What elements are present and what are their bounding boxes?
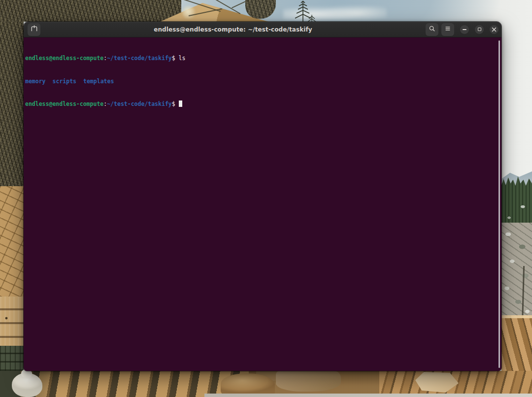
terminal-cursor bbox=[179, 100, 182, 107]
wallpaper-shingles bbox=[0, 186, 24, 297]
terminal-window: endless@endless-compute: ~/test-code/tas… bbox=[24, 22, 501, 371]
new-tab-button[interactable] bbox=[28, 23, 40, 36]
directory-name: memory bbox=[25, 78, 46, 85]
wallpaper-branch-wall bbox=[0, 22, 24, 186]
close-icon bbox=[492, 25, 497, 34]
wallpaper-rocky-slope bbox=[501, 223, 532, 319]
search-icon bbox=[429, 25, 435, 34]
command-text: ls bbox=[179, 55, 186, 62]
prompt-path: ~/test-code/taskify bbox=[107, 100, 172, 107]
prompt-symbol: $ bbox=[172, 55, 179, 62]
wallpaper-boulder bbox=[276, 371, 341, 392]
prompt-symbol: $ bbox=[172, 100, 179, 107]
desktop: endless@endless-compute: ~/test-code/tas… bbox=[0, 0, 532, 397]
wallpaper-path-edge bbox=[204, 394, 532, 397]
wallpaper-light-blob bbox=[182, 6, 195, 19]
wallpaper-log-beams bbox=[0, 297, 24, 346]
maximize-button[interactable] bbox=[475, 25, 484, 34]
maximize-icon bbox=[478, 28, 481, 31]
tab-new-icon bbox=[31, 25, 38, 34]
window-title: endless@endless-compute: ~/test-code/tas… bbox=[43, 26, 423, 33]
wallpaper-green-shingles bbox=[0, 346, 24, 374]
prompt-user-host: endless@endless-compute bbox=[25, 55, 103, 62]
close-button[interactable] bbox=[490, 25, 499, 34]
wallpaper-white-object bbox=[12, 373, 42, 397]
terminal-prompt-line: endless@endless-compute:~/test-code/task… bbox=[25, 55, 497, 63]
terminal-content[interactable]: endless@endless-compute:~/test-code/task… bbox=[24, 37, 501, 371]
search-button[interactable] bbox=[426, 23, 438, 36]
directory-name: scripts bbox=[53, 78, 76, 85]
directory-name: templates bbox=[83, 78, 114, 85]
window-titlebar[interactable]: endless@endless-compute: ~/test-code/tas… bbox=[24, 22, 501, 37]
prompt-path: ~/test-code/taskify bbox=[107, 55, 172, 62]
wallpaper-pine-tree bbox=[283, 0, 323, 22]
terminal-scrollbar[interactable] bbox=[499, 40, 500, 368]
menu-button[interactable] bbox=[441, 23, 454, 36]
terminal-prompt-line: endless@endless-compute:~/test-code/task… bbox=[25, 100, 497, 108]
minimize-button[interactable] bbox=[460, 25, 469, 34]
prompt-user-host: endless@endless-compute bbox=[25, 100, 103, 107]
terminal-output-line: memoryscriptstemplates bbox=[25, 78, 497, 86]
menu-icon bbox=[444, 25, 451, 34]
minimize-icon bbox=[463, 29, 466, 30]
wallpaper-branch-roof bbox=[0, 0, 181, 22]
